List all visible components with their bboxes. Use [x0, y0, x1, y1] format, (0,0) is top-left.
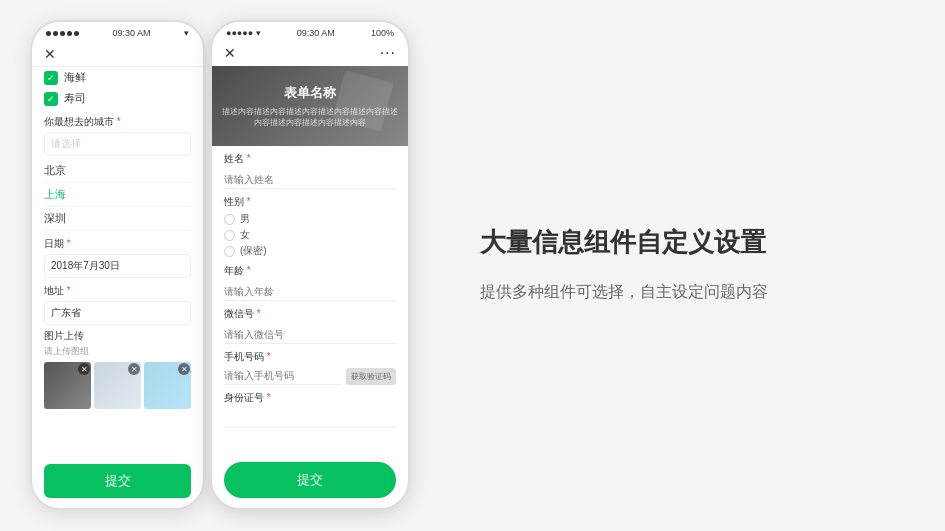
field-name-input[interactable] [224, 171, 396, 189]
right-submit-button[interactable]: 提交 [224, 462, 396, 498]
field-gender-label: 性别 * [224, 195, 396, 209]
left-nav-bar: ✕ [32, 42, 203, 67]
right-battery: 100% [371, 28, 394, 38]
checkbox-sushi-box[interactable] [44, 92, 58, 106]
photo-thumb-3[interactable]: ✕ [144, 362, 191, 409]
field-wechat: 微信号 * [224, 307, 396, 344]
city-shenzhen[interactable]: 深圳 [44, 207, 191, 231]
radio-male-circle [224, 214, 235, 225]
verify-code-button[interactable]: 获取验证码 [346, 368, 396, 385]
radio-female[interactable]: 女 [224, 228, 396, 242]
upload-sub: 请上传图组 [44, 345, 191, 358]
right-status-bar: ●●●●● ▾ 09:30 AM 100% [212, 22, 408, 42]
photo-grid: ✕ ✕ ✕ [44, 362, 191, 409]
field-gender: 性别 * 男 女 (保密) [224, 195, 396, 258]
radio-secret[interactable]: (保密) [224, 244, 396, 258]
left-close-button[interactable]: ✕ [44, 46, 56, 62]
left-submit-button[interactable]: 提交 [44, 464, 191, 498]
gender-radio-group: 男 女 (保密) [224, 212, 396, 258]
left-status-bar: 09:30 AM ▾ [32, 22, 203, 42]
right-time: 09:30 AM [297, 28, 335, 38]
right-signal: ●●●●● ▾ [226, 28, 261, 38]
right-scroll-content: 姓名 * 性别 * 男 女 [212, 146, 408, 456]
field-phone-input[interactable] [224, 367, 342, 385]
left-time: 09:30 AM [112, 28, 150, 38]
right-close-button[interactable]: ✕ [224, 45, 236, 61]
phone-input-row: 获取验证码 [224, 367, 396, 385]
phone-left: 09:30 AM ▾ ✕ 海鲜 寿司 你最想去的城市 * 请选择 北京 [30, 20, 205, 510]
field-age-label: 年龄 * [224, 264, 396, 278]
city-beijing[interactable]: 北京 [44, 159, 191, 183]
field-id-label: 身份证号 * [224, 391, 396, 405]
field-phone-label: 手机号码 * [224, 350, 396, 364]
right-nav-bar: ✕ ··· [212, 42, 408, 66]
radio-female-circle [224, 230, 235, 241]
radio-secret-circle [224, 246, 235, 257]
form-title: 表单名称 [284, 84, 336, 102]
upload-label: 图片上传 [44, 329, 191, 343]
photo-thumb-2[interactable]: ✕ [94, 362, 141, 409]
city-select[interactable]: 请选择 [44, 132, 191, 156]
field-id-input[interactable] [224, 410, 396, 428]
hero-banner: 表单名称 描述内容描述内容描述内容描述内容描述内容描述内容描述内容描述内容描述内… [212, 66, 408, 146]
address-input[interactable]: 广东省 [44, 301, 191, 325]
more-menu-button[interactable]: ··· [380, 44, 396, 62]
photo-close-3[interactable]: ✕ [178, 363, 190, 375]
field-id: 身份证号 * [224, 391, 396, 428]
field-name: 姓名 * [224, 152, 396, 189]
left-content: 海鲜 寿司 你最想去的城市 * 请选择 北京 上海 深圳 日期 * [32, 67, 203, 464]
photo-thumb-1[interactable]: ✕ [44, 362, 91, 409]
date-input[interactable]: 2018年7月30日 [44, 254, 191, 278]
subtext: 提供多种组件可选择，自主设定问题内容 [480, 280, 920, 306]
address-label: 地址 * [44, 284, 191, 298]
scene: 09:30 AM ▾ ✕ 海鲜 寿司 你最想去的城市 * 请选择 北京 [0, 0, 945, 531]
photo-close-1[interactable]: ✕ [78, 363, 90, 375]
checkbox-seafood[interactable]: 海鲜 [44, 67, 191, 88]
field-name-label: 姓名 * [224, 152, 396, 166]
field-age: 年龄 * [224, 264, 396, 301]
text-panel: 大量信息组件自定义设置 提供多种组件可选择，自主设定问题内容 [480, 226, 920, 305]
photo-close-2[interactable]: ✕ [128, 363, 140, 375]
wifi-icon: ▾ [184, 28, 189, 38]
signal-dots [46, 31, 79, 36]
radio-male[interactable]: 男 [224, 212, 396, 226]
field-age-input[interactable] [224, 283, 396, 301]
form-description: 描述内容描述内容描述内容描述内容描述内容描述内容描述内容描述内容描述内容 [212, 106, 408, 128]
phone-right: ●●●●● ▾ 09:30 AM 100% ✕ ··· 表单名称 描述内容描述内… [210, 20, 410, 510]
city-shanghai[interactable]: 上海 [44, 183, 191, 207]
field-phone: 手机号码 * 获取验证码 [224, 350, 396, 385]
checkbox-seafood-box[interactable] [44, 71, 58, 85]
city-label: 你最想去的城市 * [44, 115, 191, 129]
field-wechat-input[interactable] [224, 326, 396, 344]
checkbox-sushi[interactable]: 寿司 [44, 88, 191, 109]
date-label: 日期 * [44, 237, 191, 251]
field-wechat-label: 微信号 * [224, 307, 396, 321]
headline: 大量信息组件自定义设置 [480, 226, 920, 260]
